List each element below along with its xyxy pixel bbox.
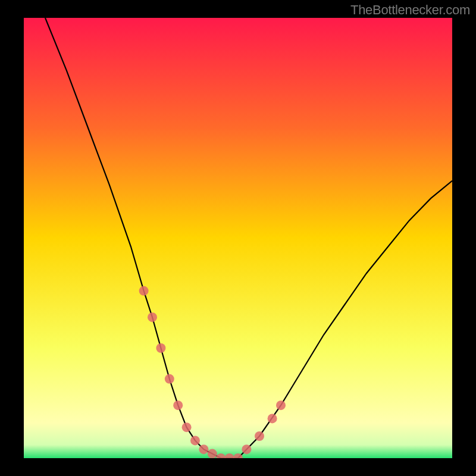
data-marker (156, 343, 165, 353)
chart-plot-area (24, 18, 452, 458)
data-marker (242, 444, 251, 454)
data-marker (208, 449, 217, 458)
data-marker (148, 312, 157, 322)
data-marker (173, 400, 183, 410)
data-marker (255, 431, 264, 441)
data-marker (190, 436, 200, 445)
data-marker (165, 374, 174, 384)
gradient-background (24, 18, 452, 458)
data-marker (199, 444, 208, 454)
data-marker (276, 400, 286, 410)
data-marker (268, 414, 277, 423)
watermark-text: TheBottlenecker.com (350, 2, 470, 18)
data-marker (139, 286, 149, 296)
data-marker (182, 422, 192, 432)
bottleneck-chart-svg (24, 18, 452, 458)
